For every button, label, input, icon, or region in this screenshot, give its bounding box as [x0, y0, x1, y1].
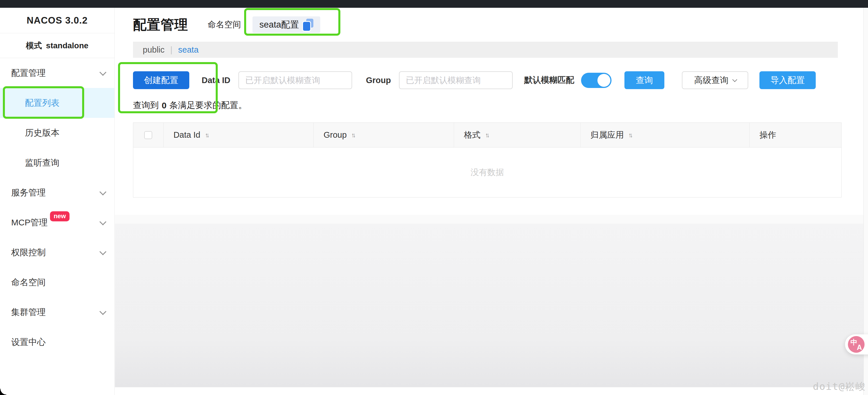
fuzzy-match-toggle[interactable]	[581, 73, 612, 88]
sort-icon[interactable]: ↑↓	[351, 131, 356, 139]
sidebar: NACOS 3.0.2 模式 standalone 配置管理 配置列表 历史版本…	[0, 8, 115, 395]
annotation-box-sidebar-config-list	[3, 86, 84, 119]
header-cell-owning-app[interactable]: 归属应用 ↑↓	[581, 123, 750, 147]
sidebar-item-permission-control[interactable]: 权限控制	[0, 237, 114, 267]
mode-value: standalone	[46, 41, 89, 50]
sidebar-item-config-management[interactable]: 配置管理	[0, 58, 114, 88]
page-title: 配置管理	[133, 16, 188, 34]
header-cell-checkbox	[133, 123, 164, 147]
namespace-label: 命名空间	[208, 19, 241, 30]
sidebar-item-service-management[interactable]: 服务管理	[0, 178, 114, 207]
sidebar-item-label: MCP管理	[11, 217, 48, 229]
sidebar-item-label: 设置中心	[11, 336, 46, 348]
chevron-down-icon	[99, 69, 106, 76]
import-config-button[interactable]: 导入配置	[760, 71, 816, 89]
sidebar-item-label: 服务管理	[11, 187, 46, 199]
page-background	[115, 224, 868, 387]
config-table: Data Id ↑↓ Group ↑↓ 格式 ↑↓ 归属应用 ↑↓ 操作 没有数…	[133, 122, 842, 198]
sort-icon[interactable]: ↑↓	[205, 131, 209, 139]
language-switch-button[interactable]: 中 A	[845, 334, 868, 355]
sidebar-item-history-versions[interactable]: 历史版本	[0, 118, 114, 148]
annotation-box-create-config	[118, 62, 218, 113]
advanced-query-button[interactable]: 高级查询	[682, 71, 748, 89]
sidebar-item-listening-query[interactable]: 监听查询	[0, 148, 114, 178]
chevron-down-icon	[99, 308, 106, 315]
sort-icon[interactable]: ↑↓	[485, 131, 490, 139]
sidebar-item-label: 集群管理	[11, 307, 46, 318]
group-label: Group	[366, 76, 391, 85]
table-empty-state: 没有数据	[133, 147, 842, 198]
watermark: doit@崧峻	[813, 380, 866, 393]
screen-corner	[0, 389, 6, 395]
toggle-knob	[597, 74, 610, 87]
header-cell-data-id[interactable]: Data Id ↑↓	[164, 123, 314, 147]
sidebar-item-cluster-management[interactable]: 集群管理	[0, 297, 114, 327]
select-all-checkbox[interactable]	[144, 131, 152, 139]
chevron-down-icon	[99, 188, 106, 195]
sidebar-item-label: 监听查询	[25, 157, 59, 169]
empty-text: 没有数据	[471, 167, 504, 178]
app-logo: NACOS 3.0.2	[0, 8, 114, 33]
sidebar-item-label: 配置管理	[11, 67, 46, 79]
screen: NACOS 3.0.2 模式 standalone 配置管理 配置列表 历史版本…	[0, 0, 868, 395]
table-header: Data Id ↑↓ Group ↑↓ 格式 ↑↓ 归属应用 ↑↓ 操作	[133, 122, 842, 147]
config-toolbar: 创建配置 Data ID Group 默认模糊匹配 查询 高级查询 导入配置	[133, 71, 816, 89]
mode-label: 模式	[26, 40, 42, 51]
sidebar-item-mcp-management[interactable]: MCP管理 new	[0, 207, 114, 237]
namespace-tabs-bar: public | seata	[133, 42, 838, 58]
chevron-down-icon	[733, 77, 737, 82]
sort-icon[interactable]: ↑↓	[628, 131, 633, 139]
header-cell-operations: 操作	[750, 123, 841, 147]
sidebar-item-label: 命名空间	[11, 277, 46, 288]
sidebar-item-settings-center[interactable]: 设置中心	[0, 327, 114, 357]
panel-bottom-edge	[115, 215, 868, 224]
sidebar-item-namespace[interactable]: 命名空间	[0, 267, 114, 297]
translate-icon: 中 A	[848, 336, 865, 353]
new-badge: new	[50, 211, 70, 221]
data-id-input[interactable]	[239, 71, 352, 89]
annotation-box-namespace-chip	[244, 8, 340, 36]
top-bar	[0, 0, 868, 8]
namespace-tab-public[interactable]: public	[143, 45, 164, 55]
mode-row: 模式 standalone	[0, 33, 114, 58]
fuzzy-match-label: 默认模糊匹配	[524, 75, 574, 86]
sidebar-item-label: 历史版本	[25, 127, 59, 139]
namespace-tab-divider: |	[170, 45, 173, 55]
sidebar-item-label: 权限控制	[11, 247, 46, 258]
search-button[interactable]: 查询	[624, 71, 664, 89]
header-cell-format[interactable]: 格式 ↑↓	[454, 123, 581, 147]
header-cell-group[interactable]: Group ↑↓	[314, 123, 454, 147]
chevron-down-icon	[99, 218, 106, 225]
chevron-down-icon	[99, 248, 106, 255]
namespace-tab-seata[interactable]: seata	[178, 45, 198, 55]
group-input[interactable]	[399, 71, 513, 89]
